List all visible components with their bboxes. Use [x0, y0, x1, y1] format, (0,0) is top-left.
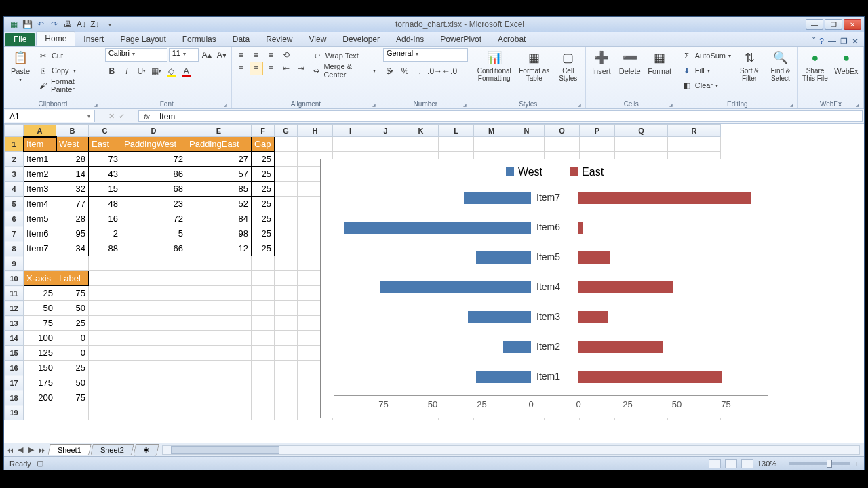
cell[interactable] — [275, 226, 298, 241]
cell[interactable] — [89, 375, 121, 390]
worksheet-grid[interactable]: ABCDEFGHIJKLMNOPQR1ItemWestEastPaddingWe… — [4, 124, 864, 443]
grow-font-button[interactable]: A▴ — [200, 48, 214, 62]
cell[interactable]: 25 — [56, 316, 89, 331]
sheet-nav-next[interactable]: ▶ — [26, 445, 37, 454]
cell[interactable] — [186, 331, 252, 346]
cell[interactable]: PaddingWest — [121, 137, 186, 152]
sort-asc-icon[interactable]: A↓ — [76, 19, 87, 30]
cell[interactable]: 66 — [121, 241, 186, 256]
cell[interactable] — [89, 271, 121, 286]
cell[interactable] — [186, 256, 252, 271]
restore-button[interactable]: ❐ — [825, 19, 842, 30]
tab-home[interactable]: Home — [36, 31, 75, 46]
cell[interactable]: Item1 — [24, 152, 56, 167]
cell[interactable] — [24, 256, 56, 271]
paste-button[interactable]: 📋 Paste ▾ — [7, 48, 34, 83]
cell[interactable] — [275, 241, 298, 256]
cell[interactable]: Item5 — [24, 211, 56, 226]
cell[interactable] — [275, 301, 298, 316]
cell[interactable] — [668, 137, 721, 152]
cell[interactable] — [89, 361, 121, 375]
column-header[interactable]: D — [121, 125, 186, 137]
italic-button[interactable]: I — [120, 64, 134, 78]
cell[interactable] — [56, 256, 89, 271]
column-header[interactable]: R — [668, 125, 721, 137]
cell[interactable] — [509, 137, 545, 152]
row-header[interactable]: 6 — [5, 211, 24, 226]
zoom-in-button[interactable]: + — [854, 460, 859, 468]
cell[interactable]: 175 — [24, 375, 56, 390]
align-left-button[interactable]: ≡ — [235, 62, 248, 75]
tab-acrobat[interactable]: Acrobat — [490, 33, 534, 46]
format-painter-button[interactable]: 🖌Format Painter — [37, 78, 99, 93]
tornado-chart[interactable]: West East Item7Item6Item5Item4Item3Item2… — [320, 159, 789, 418]
column-header[interactable]: G — [275, 125, 298, 137]
cell[interactable] — [275, 271, 298, 286]
autosum-button[interactable]: ΣAutoSum▾ — [680, 48, 732, 63]
cancel-formula-icon[interactable]: ✕ — [108, 112, 115, 121]
webex-button[interactable]: ●WebEx — [832, 48, 861, 75]
fill-button[interactable]: ⬇Fill▾ — [680, 63, 732, 78]
cell[interactable]: 68 — [121, 182, 186, 197]
cell[interactable] — [121, 346, 186, 361]
cell[interactable] — [252, 331, 275, 346]
number-format-select[interactable]: General — [383, 48, 468, 62]
align-top-button[interactable]: ≡ — [235, 48, 248, 62]
cell[interactable]: 98 — [186, 226, 252, 241]
cell[interactable] — [186, 301, 252, 316]
font-size-select[interactable]: 11 — [169, 48, 199, 62]
cell[interactable] — [24, 405, 56, 420]
column-header[interactable]: J — [368, 125, 403, 137]
view-page-layout-button[interactable] — [725, 459, 737, 468]
cell[interactable]: 50 — [24, 301, 56, 316]
row-header[interactable]: 3 — [5, 167, 24, 182]
tab-file[interactable]: File — [5, 33, 35, 46]
delete-cells-button[interactable]: ➖Delete — [617, 48, 643, 75]
cell[interactable]: 72 — [121, 152, 186, 167]
qat-more-icon[interactable] — [103, 19, 114, 30]
cell[interactable] — [121, 361, 186, 375]
shrink-font-button[interactable]: A▾ — [215, 48, 229, 62]
wrap-text-button[interactable]: ↩Wrap Text — [311, 48, 377, 63]
row-header[interactable]: 8 — [5, 241, 24, 256]
sheet-tab-2[interactable]: Sheet2 — [90, 444, 134, 455]
cell[interactable]: 5 — [121, 226, 186, 241]
cell[interactable]: 16 — [89, 211, 121, 226]
cell[interactable]: 77 — [56, 197, 89, 211]
cell[interactable]: Item4 — [24, 197, 56, 211]
row-header[interactable]: 10 — [5, 271, 24, 286]
cell[interactable] — [252, 301, 275, 316]
column-header[interactable]: A — [24, 125, 56, 137]
cell[interactable]: 32 — [56, 182, 89, 197]
column-header[interactable]: I — [333, 125, 368, 137]
cell[interactable] — [275, 361, 298, 375]
cut-button[interactable]: ✂Cut — [37, 48, 99, 63]
cell[interactable] — [275, 182, 298, 197]
cell[interactable]: 48 — [89, 197, 121, 211]
cell[interactable] — [89, 316, 121, 331]
select-all-button[interactable] — [5, 125, 24, 137]
cell[interactable]: Item7 — [24, 241, 56, 256]
cell[interactable] — [252, 271, 275, 286]
cell[interactable]: 25 — [56, 361, 89, 375]
cell[interactable] — [252, 361, 275, 375]
sheet-nav-prev[interactable]: ◀ — [15, 445, 26, 454]
decrease-indent-button[interactable]: ⇤ — [279, 62, 293, 75]
cell[interactable]: 12 — [186, 241, 252, 256]
row-header[interactable]: 11 — [5, 286, 24, 301]
cell[interactable]: PaddingEast — [186, 137, 252, 152]
cell[interactable]: 84 — [186, 211, 252, 226]
column-header[interactable]: H — [298, 125, 333, 137]
cell[interactable]: 88 — [89, 241, 121, 256]
cell[interactable] — [186, 375, 252, 390]
sort-desc-icon[interactable]: Z↓ — [90, 19, 100, 30]
scroll-thumb[interactable] — [171, 446, 279, 454]
cell[interactable]: 15 — [89, 182, 121, 197]
cell[interactable]: 34 — [56, 241, 89, 256]
cell[interactable] — [186, 271, 252, 286]
row-header[interactable]: 2 — [5, 152, 24, 167]
cell[interactable] — [186, 346, 252, 361]
cell[interactable]: 150 — [24, 361, 56, 375]
format-as-table-button[interactable]: ▦Format as Table — [517, 48, 551, 82]
copy-button[interactable]: ⎘Copy▾ — [37, 63, 99, 78]
